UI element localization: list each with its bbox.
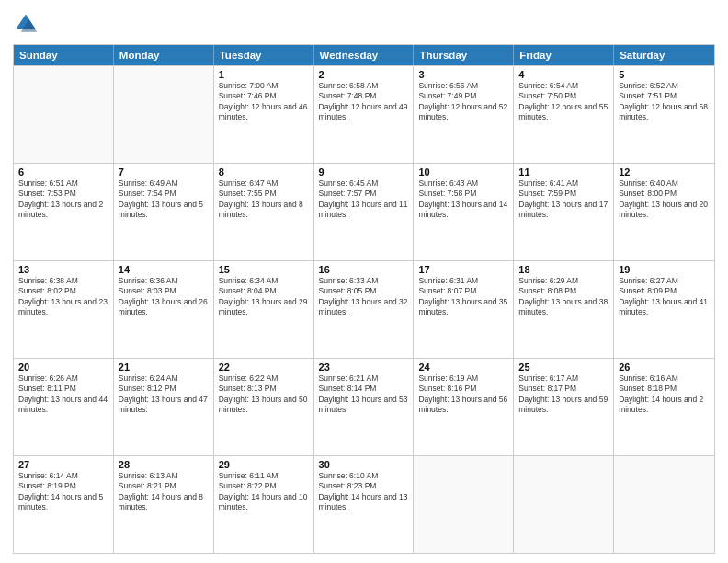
calendar-cell: 9Sunrise: 6:45 AM Sunset: 7:57 PM Daylig…	[314, 164, 415, 260]
calendar-cell	[14, 66, 114, 163]
calendar-cell: 24Sunrise: 6:19 AM Sunset: 8:16 PM Dayli…	[414, 359, 514, 455]
cell-info: Sunrise: 6:27 AM Sunset: 8:09 PM Dayligh…	[619, 276, 710, 318]
cell-info: Sunrise: 6:14 AM Sunset: 8:19 PM Dayligh…	[18, 471, 108, 513]
cell-info: Sunrise: 6:38 AM Sunset: 8:02 PM Dayligh…	[18, 276, 108, 318]
calendar-cell	[514, 456, 614, 553]
calendar-cell: 25Sunrise: 6:17 AM Sunset: 8:17 PM Dayli…	[514, 359, 614, 455]
day-number: 12	[619, 167, 710, 178]
cell-info: Sunrise: 6:33 AM Sunset: 8:05 PM Dayligh…	[319, 276, 409, 318]
calendar-cell: 10Sunrise: 6:43 AM Sunset: 7:58 PM Dayli…	[414, 164, 514, 260]
cell-info: Sunrise: 6:24 AM Sunset: 8:12 PM Dayligh…	[119, 373, 209, 416]
calendar-cell: 20Sunrise: 6:26 AM Sunset: 8:11 PM Dayli…	[14, 359, 114, 455]
cell-info: Sunrise: 6:31 AM Sunset: 8:07 PM Dayligh…	[418, 276, 508, 318]
day-number: 3	[418, 69, 508, 80]
calendar-week-row: 13Sunrise: 6:38 AM Sunset: 8:02 PM Dayli…	[14, 260, 714, 358]
day-number: 27	[18, 459, 108, 470]
calendar: SundayMondayTuesdayWednesdayThursdayFrid…	[13, 44, 715, 554]
cell-info: Sunrise: 6:10 AM Sunset: 8:23 PM Dayligh…	[319, 471, 409, 513]
day-number: 8	[219, 167, 309, 178]
logo-icon	[13, 11, 39, 37]
logo	[13, 11, 42, 37]
calendar-week-row: 6Sunrise: 6:51 AM Sunset: 7:53 PM Daylig…	[14, 163, 714, 260]
calendar-cell: 17Sunrise: 6:31 AM Sunset: 8:07 PM Dayli…	[414, 261, 514, 358]
calendar-cell: 13Sunrise: 6:38 AM Sunset: 8:02 PM Dayli…	[14, 261, 114, 358]
page-container: SundayMondayTuesdayWednesdayThursdayFrid…	[0, 0, 728, 563]
cell-info: Sunrise: 6:36 AM Sunset: 8:03 PM Dayligh…	[119, 276, 209, 318]
calendar-cell: 26Sunrise: 6:16 AM Sunset: 8:18 PM Dayli…	[614, 359, 714, 455]
cell-info: Sunrise: 6:40 AM Sunset: 8:00 PM Dayligh…	[619, 178, 710, 221]
calendar-cell: 14Sunrise: 6:36 AM Sunset: 8:03 PM Dayli…	[114, 261, 214, 358]
day-number: 28	[119, 459, 209, 470]
calendar-cell: 4Sunrise: 6:54 AM Sunset: 7:50 PM Daylig…	[514, 66, 614, 163]
page-header	[13, 11, 715, 37]
day-number: 13	[18, 264, 108, 275]
cell-info: Sunrise: 6:34 AM Sunset: 8:04 PM Dayligh…	[219, 276, 309, 318]
weekday-header: Tuesday	[214, 45, 314, 65]
calendar-cell	[414, 456, 514, 553]
day-number: 15	[219, 264, 309, 275]
weekday-header: Wednesday	[314, 45, 415, 65]
calendar-cell: 7Sunrise: 6:49 AM Sunset: 7:54 PM Daylig…	[114, 164, 214, 260]
day-number: 29	[219, 459, 309, 470]
calendar-cell: 12Sunrise: 6:40 AM Sunset: 8:00 PM Dayli…	[614, 164, 714, 260]
day-number: 4	[518, 69, 609, 80]
day-number: 21	[119, 362, 209, 373]
calendar-cell	[114, 66, 214, 163]
cell-info: Sunrise: 6:17 AM Sunset: 8:17 PM Dayligh…	[518, 373, 609, 416]
calendar-week-row: 1Sunrise: 7:00 AM Sunset: 7:46 PM Daylig…	[14, 65, 714, 163]
day-number: 26	[619, 362, 710, 373]
day-number: 18	[518, 264, 609, 275]
calendar-cell: 28Sunrise: 6:13 AM Sunset: 8:21 PM Dayli…	[114, 456, 214, 553]
day-number: 2	[319, 69, 409, 80]
cell-info: Sunrise: 7:00 AM Sunset: 7:46 PM Dayligh…	[219, 81, 309, 123]
day-number: 17	[418, 264, 508, 275]
calendar-body: 1Sunrise: 7:00 AM Sunset: 7:46 PM Daylig…	[14, 65, 714, 553]
cell-info: Sunrise: 6:29 AM Sunset: 8:08 PM Dayligh…	[518, 276, 609, 318]
calendar-week-row: 20Sunrise: 6:26 AM Sunset: 8:11 PM Dayli…	[14, 358, 714, 455]
calendar-cell: 29Sunrise: 6:11 AM Sunset: 8:22 PM Dayli…	[214, 456, 314, 553]
cell-info: Sunrise: 6:49 AM Sunset: 7:54 PM Dayligh…	[119, 178, 209, 221]
day-number: 23	[319, 362, 409, 373]
cell-info: Sunrise: 6:47 AM Sunset: 7:55 PM Dayligh…	[219, 178, 309, 221]
calendar-cell: 22Sunrise: 6:22 AM Sunset: 8:13 PM Dayli…	[214, 359, 314, 455]
day-number: 30	[319, 459, 409, 470]
day-number: 20	[18, 362, 108, 373]
day-number: 5	[619, 69, 710, 80]
cell-info: Sunrise: 6:51 AM Sunset: 7:53 PM Dayligh…	[18, 178, 108, 221]
day-number: 6	[18, 167, 108, 178]
calendar-cell: 1Sunrise: 7:00 AM Sunset: 7:46 PM Daylig…	[214, 66, 314, 163]
day-number: 24	[418, 362, 508, 373]
calendar-cell: 3Sunrise: 6:56 AM Sunset: 7:49 PM Daylig…	[414, 66, 514, 163]
day-number: 14	[119, 264, 209, 275]
cell-info: Sunrise: 6:54 AM Sunset: 7:50 PM Dayligh…	[518, 81, 609, 123]
calendar-cell: 6Sunrise: 6:51 AM Sunset: 7:53 PM Daylig…	[14, 164, 114, 260]
calendar-cell: 8Sunrise: 6:47 AM Sunset: 7:55 PM Daylig…	[214, 164, 314, 260]
day-number: 11	[518, 167, 609, 178]
cell-info: Sunrise: 6:11 AM Sunset: 8:22 PM Dayligh…	[219, 471, 309, 513]
day-number: 1	[219, 69, 309, 80]
weekday-header: Thursday	[414, 45, 514, 65]
day-number: 9	[319, 167, 409, 178]
calendar-week-row: 27Sunrise: 6:14 AM Sunset: 8:19 PM Dayli…	[14, 455, 714, 553]
calendar-cell: 11Sunrise: 6:41 AM Sunset: 7:59 PM Dayli…	[514, 164, 614, 260]
calendar-cell: 18Sunrise: 6:29 AM Sunset: 8:08 PM Dayli…	[514, 261, 614, 358]
cell-info: Sunrise: 6:52 AM Sunset: 7:51 PM Dayligh…	[619, 81, 710, 123]
cell-info: Sunrise: 6:13 AM Sunset: 8:21 PM Dayligh…	[119, 471, 209, 513]
calendar-cell: 15Sunrise: 6:34 AM Sunset: 8:04 PM Dayli…	[214, 261, 314, 358]
cell-info: Sunrise: 6:58 AM Sunset: 7:48 PM Dayligh…	[319, 81, 409, 123]
day-number: 16	[319, 264, 409, 275]
weekday-header: Sunday	[14, 45, 114, 65]
day-number: 19	[619, 264, 710, 275]
cell-info: Sunrise: 6:22 AM Sunset: 8:13 PM Dayligh…	[219, 373, 309, 416]
day-number: 10	[418, 167, 508, 178]
cell-info: Sunrise: 6:45 AM Sunset: 7:57 PM Dayligh…	[319, 178, 409, 221]
calendar-cell: 23Sunrise: 6:21 AM Sunset: 8:14 PM Dayli…	[314, 359, 415, 455]
calendar-cell: 16Sunrise: 6:33 AM Sunset: 8:05 PM Dayli…	[314, 261, 415, 358]
calendar-cell: 21Sunrise: 6:24 AM Sunset: 8:12 PM Dayli…	[114, 359, 214, 455]
calendar-cell: 2Sunrise: 6:58 AM Sunset: 7:48 PM Daylig…	[314, 66, 415, 163]
calendar-cell: 19Sunrise: 6:27 AM Sunset: 8:09 PM Dayli…	[614, 261, 714, 358]
cell-info: Sunrise: 6:21 AM Sunset: 8:14 PM Dayligh…	[319, 373, 409, 416]
weekday-header: Monday	[114, 45, 214, 65]
cell-info: Sunrise: 6:43 AM Sunset: 7:58 PM Dayligh…	[418, 178, 508, 221]
cell-info: Sunrise: 6:19 AM Sunset: 8:16 PM Dayligh…	[418, 373, 508, 416]
